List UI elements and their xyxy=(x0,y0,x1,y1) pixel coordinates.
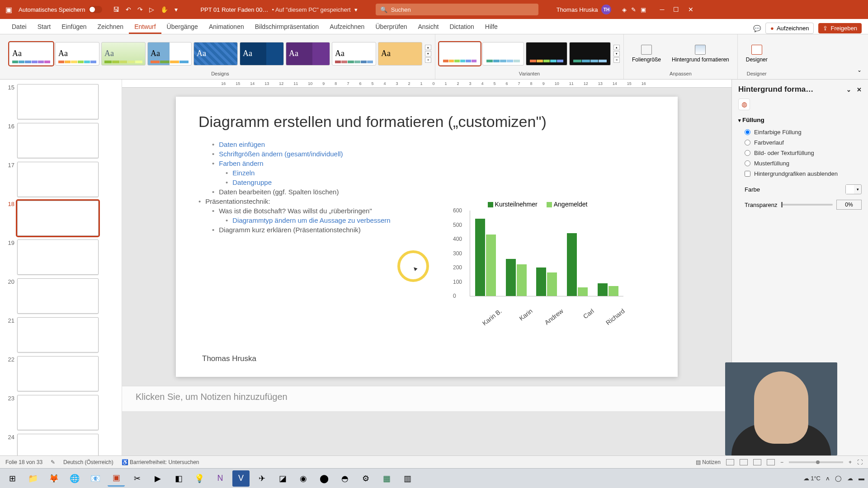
obs-icon[interactable]: ◉ xyxy=(295,470,312,487)
thumbnail-slide-20[interactable]: 20 xyxy=(0,277,122,315)
thumbnail-slide-18[interactable]: 18 xyxy=(0,199,122,238)
tab-animationen[interactable]: Animationen xyxy=(203,20,250,34)
zoom-slider[interactable] xyxy=(789,461,843,463)
share-button[interactable]: ⇪Freigeben xyxy=(818,23,862,33)
theme-tile-7[interactable]: Aa xyxy=(286,42,330,66)
excel-icon[interactable]: ▦ xyxy=(378,470,395,487)
tab-bildschirmpräsentation[interactable]: Bildschirmpräsentation xyxy=(250,20,325,34)
explorer-icon[interactable]: 📁 xyxy=(24,470,42,487)
fill-section-header[interactable]: Füllung xyxy=(738,117,862,123)
notes-toggle[interactable]: ▤ Notizen xyxy=(696,459,721,465)
powerpoint-icon[interactable]: ▣ xyxy=(108,470,125,487)
tab-überprüfen[interactable]: Überprüfen xyxy=(370,20,412,34)
tab-übergänge[interactable]: Übergänge xyxy=(161,20,203,34)
theme-tile-4[interactable]: Aa xyxy=(147,42,192,66)
tray-chevron-icon[interactable]: ʌ xyxy=(826,475,830,482)
collapse-ribbon-icon[interactable]: ⌄ xyxy=(857,67,862,73)
autosave-control[interactable]: Automatisches Speichern xyxy=(19,6,102,13)
transparency-value[interactable]: 0% xyxy=(836,200,862,210)
fill-gradient-option[interactable]: Farbverlauf xyxy=(738,137,862,148)
tray-location-icon[interactable]: ◯ xyxy=(835,475,842,482)
designer-button[interactable]: Designer xyxy=(741,43,772,65)
theme-gallery-scroll[interactable]: ▴▾≡ xyxy=(425,45,431,63)
document-title[interactable]: PPT 01 Roter Faden 00… • Auf "diesem PC"… xyxy=(200,6,357,13)
start-from-beginning-icon[interactable]: ▷ xyxy=(149,6,154,13)
theme-tile-2[interactable]: Aa xyxy=(55,42,99,66)
bullet-item[interactable]: Daten einfügen xyxy=(198,140,655,149)
theme-tile-1[interactable]: Aa xyxy=(9,42,53,66)
theme-gallery[interactable]: Aa Aa Aa Aa Aa Aa Aa Aa Aa ▴▾≡ xyxy=(9,36,431,71)
close-icon[interactable]: ✕ xyxy=(688,6,693,13)
slideshow-view-icon[interactable] xyxy=(767,459,775,465)
theme-tile-9[interactable]: Aa xyxy=(378,42,422,66)
thumbnail-slide-22[interactable]: 22 xyxy=(0,354,122,393)
dropdown-icon[interactable]: ▾ xyxy=(354,6,358,13)
color-picker[interactable]: ▾ xyxy=(845,184,862,194)
slide-footer-author[interactable]: Thomas Hruska xyxy=(202,354,256,363)
window-icon[interactable]: ▣ xyxy=(641,6,646,13)
accessibility-indicator[interactable]: ♿ Barrierefreiheit: Untersuchen xyxy=(122,459,199,465)
start-icon[interactable]: ⊞ xyxy=(4,470,21,487)
thumbnail-slide-24[interactable]: 24 xyxy=(0,432,122,455)
maximize-icon[interactable]: ☐ xyxy=(673,6,679,13)
app-icon-3[interactable]: ◪ xyxy=(274,470,291,487)
zoom-out-icon[interactable]: − xyxy=(780,459,783,465)
system-tray[interactable]: ☁ 1°C ʌ ◯ ☁ ▬ xyxy=(803,475,864,482)
snip-icon[interactable]: ✂ xyxy=(128,470,146,487)
visio-icon[interactable]: V xyxy=(232,470,250,487)
weather-widget[interactable]: ☁ 1°C xyxy=(803,475,821,482)
fill-pattern-option[interactable]: Musterfüllung xyxy=(738,158,862,169)
coming-soon-icon[interactable]: ✎ xyxy=(631,6,636,13)
premium-icon[interactable]: ◈ xyxy=(622,6,627,13)
tab-start[interactable]: Start xyxy=(32,20,57,34)
slide-canvas[interactable]: Diagramm erstellen und formatieren („cus… xyxy=(176,97,678,377)
hide-bg-graphics-option[interactable]: Hintergrundgrafiken ausblenden xyxy=(738,169,862,179)
outlook-icon[interactable]: 📧 xyxy=(87,470,104,487)
theme-tile-3[interactable]: Aa xyxy=(101,42,146,66)
app-icon-2[interactable]: 💡 xyxy=(191,470,208,487)
thumbnail-slide-17[interactable]: 17 xyxy=(0,160,122,199)
transparency-slider[interactable] xyxy=(781,204,833,206)
onedrive-icon[interactable]: ☁ xyxy=(847,475,853,482)
tab-aufzeichnen[interactable]: Aufzeichnen xyxy=(324,20,370,34)
settings-icon[interactable]: ⚙ xyxy=(357,470,374,487)
search-input[interactable] xyxy=(391,6,534,13)
zoom-in-icon[interactable]: + xyxy=(849,459,852,465)
thumbnail-slide-15[interactable]: 15 xyxy=(0,82,122,121)
reading-view-icon[interactable] xyxy=(753,459,761,465)
bullet-item[interactable]: Farben ändern xyxy=(198,159,655,168)
thumbnail-slide-21[interactable]: 21 xyxy=(0,315,122,354)
autosave-toggle[interactable] xyxy=(89,6,102,13)
spellcheck-icon[interactable]: ✎ xyxy=(51,459,55,465)
fill-solid-option[interactable]: Einfarbige Füllung xyxy=(738,127,862,137)
tab-ansicht[interactable]: Ansicht xyxy=(412,20,444,34)
record-button[interactable]: ●Aufzeichnen xyxy=(765,23,814,34)
tab-zeichnen[interactable]: Zeichnen xyxy=(92,20,129,34)
theme-tile-5[interactable]: Aa xyxy=(193,42,238,66)
fill-picture-option[interactable]: Bild- oder Texturfüllung xyxy=(738,148,862,158)
bullet-item[interactable]: Datengruppe xyxy=(198,178,655,187)
variant-tile-2[interactable] xyxy=(482,42,524,66)
thumbnail-slide-23[interactable]: 23 xyxy=(0,393,122,432)
bullet-item[interactable]: Schriftgrößen ändern (gesamt/individuell… xyxy=(198,149,655,159)
slide-indicator[interactable]: Folie 18 von 33 xyxy=(5,459,42,465)
embedded-chart[interactable]: KursteilnehmerAngemeldet 010020030040050… xyxy=(452,201,623,332)
tab-einfügen[interactable]: Einfügen xyxy=(56,20,92,34)
slide-editor[interactable]: 1615141312111098765432101234567891011121… xyxy=(122,80,731,455)
variant-gallery[interactable]: ▴▾≡ xyxy=(439,36,620,71)
variant-tile-1[interactable] xyxy=(439,42,481,66)
tab-datei[interactable]: Datei xyxy=(6,20,32,34)
tab-hilfe[interactable]: Hilfe xyxy=(480,20,503,34)
pane-dropdown-icon[interactable]: ⌄ xyxy=(846,86,851,93)
variant-tile-4[interactable] xyxy=(569,42,611,66)
format-background-button[interactable]: Hintergrund formatieren xyxy=(667,43,734,65)
sorter-view-icon[interactable] xyxy=(740,459,748,465)
firefox-icon[interactable]: 🦊 xyxy=(45,470,62,487)
app-icon-5[interactable]: ◓ xyxy=(336,470,354,487)
theme-tile-8[interactable]: Aa xyxy=(332,42,376,66)
chrome-icon[interactable]: 🌐 xyxy=(66,470,83,487)
touch-mode-icon[interactable]: ✋ xyxy=(160,6,168,13)
pane-close-icon[interactable]: ✕ xyxy=(857,86,862,93)
vlc-icon[interactable]: ▶ xyxy=(149,470,166,487)
fit-to-window-icon[interactable]: ⛶ xyxy=(857,459,863,465)
